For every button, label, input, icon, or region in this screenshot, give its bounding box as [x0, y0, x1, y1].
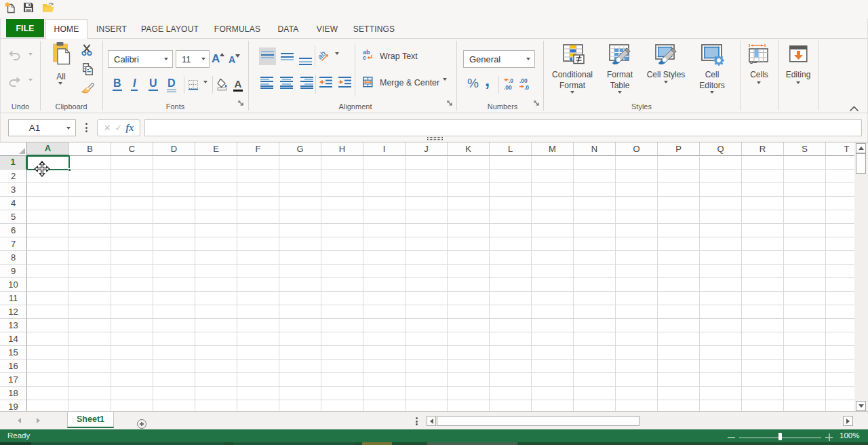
middle-align-icon[interactable]	[281, 47, 294, 65]
row-header[interactable]: 14	[0, 332, 27, 346]
numbers-dialog-launcher-icon[interactable]	[534, 96, 539, 109]
sheet-tab-sheet1[interactable]: Sheet1	[67, 412, 114, 428]
row-header[interactable]: 17	[0, 373, 27, 387]
double-underline-button[interactable]: D	[167, 77, 176, 92]
merge-center-label[interactable]: Merge & Center	[380, 78, 439, 88]
orientation-dropdown-icon[interactable]	[335, 55, 339, 67]
scroll-up-button[interactable]	[856, 143, 866, 153]
add-sheet-button[interactable]	[137, 419, 146, 429]
column-header[interactable]: K	[448, 142, 490, 156]
editing-button[interactable]: Editing	[778, 39, 818, 103]
row-header[interactable]: 16	[0, 360, 27, 373]
insert-function-icon[interactable]: fx	[126, 123, 134, 134]
bottom-align-icon[interactable]	[299, 47, 313, 65]
merge-center-dropdown-icon[interactable]	[443, 81, 447, 93]
formula-input[interactable]	[144, 119, 862, 136]
redo-icon[interactable]	[8, 77, 21, 91]
open-folder-icon[interactable]	[42, 2, 55, 16]
scroll-left-button[interactable]	[427, 416, 436, 426]
row-header[interactable]: 11	[0, 292, 27, 305]
enter-icon[interactable]: ✓	[115, 123, 122, 133]
row-header[interactable]: 12	[0, 305, 27, 319]
column-header[interactable]: S	[784, 142, 826, 156]
formula-bar-splitter[interactable]	[85, 123, 87, 134]
decrease-indent-icon[interactable]	[319, 77, 333, 92]
column-header[interactable]: M	[532, 142, 574, 156]
column-header[interactable]: N	[574, 142, 616, 156]
cancel-icon[interactable]: ✕	[104, 123, 111, 133]
format-table-button[interactable]: Format Table	[596, 39, 644, 103]
tab-area-splitter[interactable]	[416, 417, 418, 426]
percent-style-button[interactable]: %	[467, 76, 479, 91]
tab-home[interactable]: HOME	[45, 19, 87, 39]
increase-indent-icon[interactable]	[338, 77, 352, 92]
column-header[interactable]: I	[363, 142, 406, 156]
tab-insert[interactable]: INSERT	[92, 19, 132, 39]
column-header[interactable]: L	[490, 142, 532, 156]
borders-dropdown-icon[interactable]	[203, 83, 208, 96]
column-header[interactable]: J	[406, 142, 448, 156]
undo-icon[interactable]	[8, 51, 21, 64]
row-header[interactable]: 18	[0, 387, 27, 400]
scroll-right-button[interactable]	[843, 416, 853, 426]
align-left-icon[interactable]	[260, 77, 274, 94]
zoom-out-button[interactable]	[728, 437, 735, 438]
fill-handle[interactable]	[68, 168, 71, 172]
tab-page-layout[interactable]: PAGE LAYOUT	[138, 19, 201, 39]
borders-icon[interactable]	[189, 80, 199, 93]
column-header[interactable]: B	[69, 142, 111, 156]
paste-icon[interactable]	[52, 42, 71, 68]
name-box-dropdown-icon[interactable]	[66, 127, 71, 130]
column-header[interactable]: E	[195, 142, 237, 156]
redo-dropdown-icon[interactable]	[28, 81, 33, 94]
column-header[interactable]: O	[616, 142, 658, 156]
row-header[interactable]: 2	[0, 170, 27, 183]
vertical-scroll-thumb[interactable]	[856, 153, 866, 174]
name-box[interactable]: A1	[8, 119, 76, 136]
file-button[interactable]: FILE	[6, 19, 44, 37]
format-painter-icon[interactable]	[81, 83, 94, 97]
column-header[interactable]: G	[279, 142, 321, 156]
scroll-down-button[interactable]	[856, 401, 866, 411]
zoom-slider-thumb[interactable]	[778, 433, 782, 440]
cut-icon[interactable]	[81, 44, 92, 59]
paste-dropdown-icon[interactable]	[58, 85, 62, 97]
cell-editors-button[interactable]: Cell Editors	[688, 39, 736, 103]
column-header[interactable]: P	[658, 142, 700, 156]
align-right-icon[interactable]	[300, 77, 314, 94]
row-header[interactable]: 8	[0, 251, 27, 265]
row-header[interactable]: 5	[0, 210, 27, 224]
font-name-combo[interactable]: Calibri	[108, 50, 173, 68]
italic-button[interactable]: I	[131, 77, 138, 91]
cell-area[interactable]	[27, 156, 854, 411]
bold-button[interactable]: B	[113, 77, 122, 91]
copy-icon[interactable]	[83, 63, 93, 78]
shrink-font-button[interactable]: A	[229, 54, 240, 65]
fonts-dialog-launcher-icon[interactable]	[238, 96, 243, 109]
tab-view[interactable]: VIEW	[312, 19, 342, 39]
decrease-decimal-button[interactable]: .0 .00	[503, 77, 515, 93]
font-size-combo[interactable]: 11	[176, 50, 210, 68]
row-header[interactable]: 9	[0, 265, 27, 278]
row-header[interactable]: 7	[0, 237, 27, 251]
paste-all-label[interactable]: All	[40, 71, 82, 82]
sheet-nav-right-icon[interactable]	[37, 418, 40, 423]
row-header[interactable]: 10	[0, 278, 27, 292]
undo-dropdown-icon[interactable]	[28, 56, 33, 68]
increase-decimal-button[interactable]: .00 .0	[519, 77, 530, 93]
tab-formulas[interactable]: FORMULAS	[210, 19, 265, 39]
top-align-icon[interactable]	[261, 47, 275, 65]
column-header[interactable]: H	[321, 142, 363, 156]
row-header[interactable]: 1	[0, 156, 27, 170]
new-file-icon[interactable]	[5, 2, 16, 16]
column-header[interactable]: F	[237, 142, 279, 156]
tab-settings[interactable]: SETTINGS	[349, 19, 399, 39]
number-format-combo[interactable]: General	[463, 50, 535, 68]
merge-center-icon[interactable]	[363, 77, 373, 90]
comma-style-button[interactable]: ,	[485, 70, 490, 91]
horizontal-scroll-thumb[interactable]	[437, 416, 639, 426]
row-header[interactable]: 13	[0, 319, 27, 332]
column-header[interactable]: C	[111, 142, 153, 156]
row-header[interactable]: 15	[0, 346, 27, 360]
column-header[interactable]: T	[826, 142, 854, 156]
